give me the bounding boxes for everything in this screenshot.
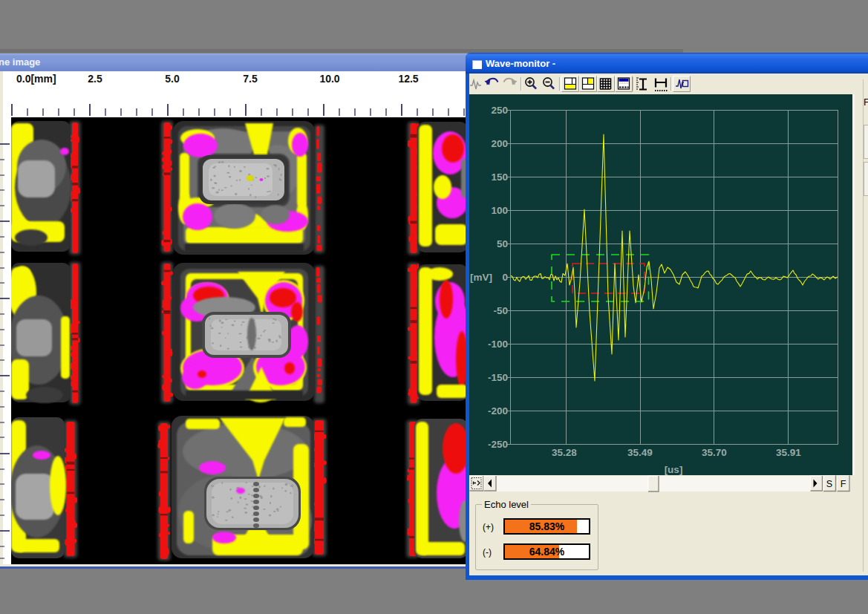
svg-text:S: S [826,479,832,489]
svg-text:[mV]: [mV] [470,272,492,283]
svg-text:100: 100 [491,205,508,216]
svg-text:50: 50 [497,238,508,249]
svg-text:-50: -50 [493,305,508,316]
svg-text:0: 0 [502,272,508,283]
svg-text:10.0: 10.0 [319,73,339,85]
svg-text:-250: -250 [488,439,508,450]
svg-text:35.49: 35.49 [627,447,653,458]
svg-text:F: F [841,479,846,489]
svg-text:[us]: [us] [665,464,683,475]
svg-text:250: 250 [491,105,508,116]
svg-text:35.91: 35.91 [776,447,801,458]
svg-text:0.0[mm]: 0.0[mm] [16,73,56,85]
svg-text:2.5: 2.5 [88,73,102,85]
svg-text:7.5: 7.5 [243,73,258,85]
svg-text:-200: -200 [488,405,508,417]
svg-text:12.5: 12.5 [398,73,418,85]
svg-text:150: 150 [491,172,508,183]
svg-text:35.70: 35.70 [702,447,727,458]
svg-text:-100: -100 [488,339,508,350]
svg-text:200: 200 [491,138,508,149]
svg-text:-150: -150 [488,372,508,383]
svg-text:5.0: 5.0 [165,73,180,85]
svg-text:35.28: 35.28 [552,447,577,458]
